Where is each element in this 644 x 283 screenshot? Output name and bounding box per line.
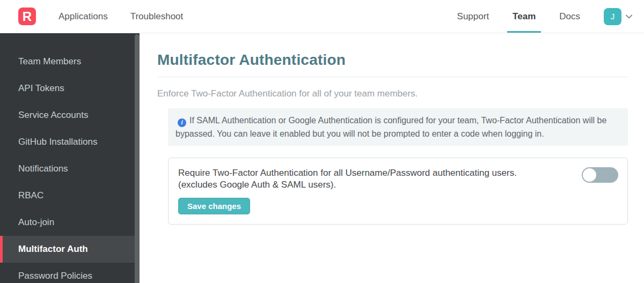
chevron-down-icon[interactable] [625,12,633,21]
title-divider [157,77,628,77]
info-note: iIf SAML Authentication or Google Authen… [168,108,628,146]
sidebar-scrollbar[interactable] [135,34,140,283]
sidebar-item-github-installations[interactable]: GitHub Installations [0,129,140,155]
sidebar-item-auto-join[interactable]: Auto-join [0,209,140,236]
sidebar-item-multifactor-auth[interactable]: Multifactor Auth [0,236,140,263]
toggle-knob [583,168,596,182]
info-icon: i [178,118,186,127]
two-factor-setting-card: Require Two-Factor Authentication for al… [168,158,628,225]
nav-item-support[interactable]: Support [457,0,489,33]
rollbar-logo-icon[interactable]: R [18,8,36,25]
two-factor-toggle[interactable] [582,167,618,183]
user-avatar[interactable]: J [604,8,621,25]
nav-item-applications[interactable]: Applications [58,0,108,33]
sidebar-item-password-policies[interactable]: Password Policies [0,263,140,283]
main-content: Multifactor Authentication Enforce Two-F… [140,33,644,283]
page-description: Enforce Two-Factor Authentication for al… [157,88,628,99]
navbar-left: R Applications Troubleshoot [0,0,183,33]
navbar-right: Support Team Docs J [457,0,644,33]
setting-label-line1: Require Two-Factor Authentication for al… [178,167,570,179]
sidebar-item-service-accounts[interactable]: Service Accounts [0,102,140,129]
nav-item-troubleshoot[interactable]: Troubleshoot [130,0,184,33]
sidebar-item-notifications[interactable]: Notifications [0,155,140,182]
sidebar-item-rbac[interactable]: RBAC [0,182,140,209]
sidebar-item-team-members[interactable]: Team Members [0,48,140,75]
info-note-text: If SAML Authentication or Google Authent… [175,116,606,138]
settings-sidebar: Team Members API Tokens Service Accounts… [0,33,140,283]
setting-label-line2: (excludes Google Auth & SAML users). [178,179,570,191]
nav-item-team[interactable]: Team [513,0,536,33]
page-title: Multifactor Authentication [157,51,628,69]
nav-item-docs[interactable]: Docs [559,0,580,33]
sidebar-item-api-tokens[interactable]: API Tokens [0,75,140,102]
save-changes-button[interactable]: Save changes [178,198,250,214]
top-navbar: R Applications Troubleshoot Support Team… [0,0,644,33]
